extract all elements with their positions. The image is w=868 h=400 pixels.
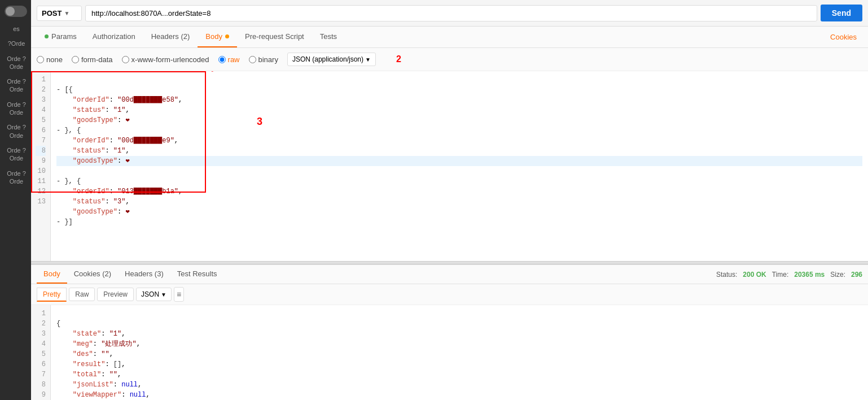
- request-code-content[interactable]: - [{ "orderId": "00d███████e58", "status…: [51, 71, 868, 261]
- tab-prerequest-label: Pre-request Script: [245, 32, 304, 41]
- tab-params[interactable]: Params: [37, 27, 85, 47]
- wrap-icon[interactable]: ≡: [174, 287, 184, 302]
- sidebar-item-1[interactable]: ?Orde: [0, 36, 31, 51]
- tab-tests[interactable]: Tests: [312, 27, 345, 47]
- status-value: 200 OK: [743, 271, 766, 279]
- send-button[interactable]: Send: [821, 5, 862, 21]
- tab-body[interactable]: Body: [198, 27, 237, 47]
- sidebar-item-6[interactable]: Orde ?Orde: [0, 143, 31, 166]
- url-bar: POST ▼ Send: [31, 0, 868, 27]
- time-value: 20365 ms: [794, 271, 825, 279]
- response-code-content: { "state": "1", "meg": "处理成功", "des": ""…: [51, 305, 868, 400]
- sidebar-item-0[interactable]: es: [0, 21, 31, 36]
- tab-authorization-label: Authorization: [93, 32, 135, 41]
- format-json-select[interactable]: JSON (application/json) ▼: [287, 53, 376, 66]
- tab-headers[interactable]: Headers (2): [143, 27, 198, 47]
- response-code: 12345 678910 { "state": "1", "meg": "处理成…: [31, 305, 868, 400]
- sidebar-item-2[interactable]: Orde ?Orde: [0, 51, 31, 75]
- pretty-btn[interactable]: Pretty: [37, 288, 67, 302]
- response-format-select[interactable]: JSON ▼: [136, 288, 172, 301]
- line-numbers-request: 1234 567 8 910111213: [31, 71, 51, 261]
- tab-authorization[interactable]: Authorization: [85, 27, 143, 47]
- option-none[interactable]: none: [37, 55, 63, 64]
- size-value: 296: [851, 271, 862, 279]
- response-status-info: Status: 200 OK Time: 20365 ms Size: 296: [716, 271, 862, 279]
- tab-body-label: Body: [205, 32, 222, 41]
- method-select[interactable]: POST ▼: [37, 6, 82, 21]
- option-binary[interactable]: binary: [249, 55, 278, 64]
- time-label: Time:: [772, 271, 789, 279]
- method-label: POST: [42, 9, 62, 18]
- request-tabs-row: Params Authorization Headers (2) Body Pr…: [31, 27, 868, 48]
- method-chevron-icon: ▼: [64, 10, 69, 16]
- params-dot: [45, 34, 49, 38]
- request-code-editor[interactable]: 1234 567 8 910111213 - [{ "orderId": "00…: [31, 71, 868, 261]
- response-toolbar: Pretty Raw Preview JSON ▼ ≡: [31, 284, 868, 305]
- status-label: Status:: [716, 271, 737, 279]
- preview-btn[interactable]: Preview: [97, 288, 134, 301]
- url-input[interactable]: [85, 5, 817, 21]
- response-code-area[interactable]: 12345 678910 { "state": "1", "meg": "处理成…: [31, 305, 868, 400]
- sidebar-toggle[interactable]: [5, 6, 27, 17]
- size-label: Size:: [830, 271, 845, 279]
- tab-headers-label: Headers (2): [151, 32, 190, 41]
- sidebar-item-5[interactable]: Orde ?Orde: [0, 120, 31, 143]
- response-tab-testresults[interactable]: Test Results: [170, 265, 224, 284]
- response-line-numbers: 12345 678910: [31, 305, 51, 400]
- response-tabs-left: Body Cookies (2) Headers (3) Test Result…: [37, 265, 224, 284]
- option-form-data[interactable]: form-data: [72, 55, 113, 64]
- option-raw[interactable]: raw: [218, 55, 240, 64]
- tab-tests-label: Tests: [320, 32, 337, 41]
- body-dot: [225, 34, 229, 38]
- response-tab-body[interactable]: Body: [37, 265, 67, 284]
- sidebar-item-7[interactable]: Orde ?Orde: [0, 166, 31, 189]
- option-urlencoded[interactable]: x-www-form-urlencoded: [122, 55, 209, 64]
- sidebar-item-4[interactable]: Orde ?Orde: [0, 97, 31, 120]
- raw-btn[interactable]: Raw: [69, 288, 95, 301]
- main-panel: POST ▼ Send Params Authorization Headers…: [31, 0, 868, 400]
- response-tab-cookies[interactable]: Cookies (2): [67, 265, 118, 284]
- sidebar-item-3[interactable]: Orde ?Orde: [0, 74, 31, 97]
- tab-params-label: Params: [51, 32, 77, 41]
- request-body-wrapper: 1234 567 8 910111213 - [{ "orderId": "00…: [31, 71, 868, 261]
- response-tab-headers[interactable]: Headers (3): [118, 265, 170, 284]
- toggle-knob: [6, 7, 15, 16]
- response-tabs-row: Body Cookies (2) Headers (3) Test Result…: [31, 265, 868, 284]
- sidebar: es ?Orde Orde ?Orde Orde ?Orde Orde ?Ord…: [0, 0, 31, 400]
- request-tabs-left: Params Authorization Headers (2) Body Pr…: [37, 27, 345, 47]
- tab-prerequest[interactable]: Pre-request Script: [237, 27, 312, 47]
- body-options-row: none form-data x-www-form-urlencoded raw…: [31, 48, 868, 71]
- response-format-label: JSON: [141, 290, 159, 298]
- annotation-2: 2: [396, 54, 401, 64]
- cookies-link[interactable]: Cookies: [825, 27, 862, 47]
- response-section: Body Cookies (2) Headers (3) Test Result…: [31, 264, 868, 400]
